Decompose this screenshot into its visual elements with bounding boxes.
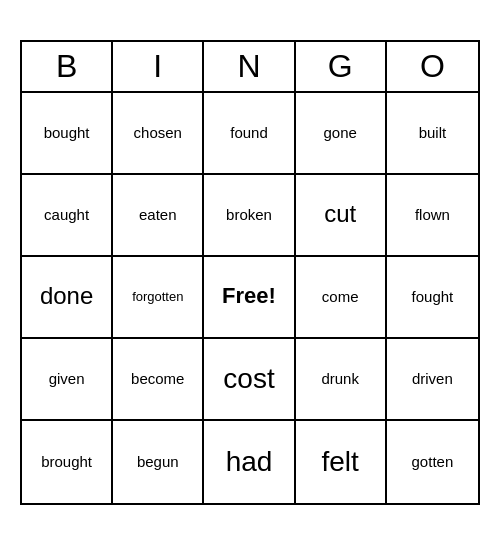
cell-1-1[interactable]: eaten [113, 175, 204, 257]
cell-text-1-2: broken [226, 206, 272, 224]
bingo-card: B I N G O bought chosen found gone built… [20, 40, 480, 505]
cell-text-3-4: driven [412, 370, 453, 388]
cell-text-2-1: forgotten [132, 289, 183, 305]
cell-text-0-4: built [419, 124, 447, 142]
cell-2-4[interactable]: fought [387, 257, 478, 339]
cell-2-2-free[interactable]: Free! [204, 257, 295, 339]
cell-text-4-4: gotten [412, 453, 454, 471]
cell-0-3[interactable]: gone [296, 93, 387, 175]
cell-4-3[interactable]: felt [296, 421, 387, 503]
cell-text-4-0: brought [41, 453, 92, 471]
header-g: G [296, 42, 387, 91]
bingo-grid: bought chosen found gone built caught ea… [22, 93, 478, 503]
cell-4-2[interactable]: had [204, 421, 295, 503]
cell-3-1[interactable]: become [113, 339, 204, 421]
cell-text-3-0: given [49, 370, 85, 388]
cell-0-2[interactable]: found [204, 93, 295, 175]
cell-text-4-1: begun [137, 453, 179, 471]
cell-1-4[interactable]: flown [387, 175, 478, 257]
cell-1-3[interactable]: cut [296, 175, 387, 257]
header-b: B [22, 42, 113, 91]
cell-0-0[interactable]: bought [22, 93, 113, 175]
cell-4-1[interactable]: begun [113, 421, 204, 503]
cell-4-0[interactable]: brought [22, 421, 113, 503]
cell-text-2-4: fought [412, 288, 454, 306]
cell-text-1-3: cut [324, 200, 356, 229]
cell-text-3-1: become [131, 370, 184, 388]
header-o: O [387, 42, 478, 91]
cell-0-1[interactable]: chosen [113, 93, 204, 175]
cell-3-0[interactable]: given [22, 339, 113, 421]
bingo-header: B I N G O [22, 42, 478, 93]
cell-text-3-2: cost [223, 362, 274, 396]
cell-text-2-2: Free! [222, 283, 276, 309]
cell-text-4-3: felt [322, 445, 359, 479]
cell-text-3-3: drunk [321, 370, 359, 388]
cell-1-2[interactable]: broken [204, 175, 295, 257]
cell-0-4[interactable]: built [387, 93, 478, 175]
cell-text-0-0: bought [44, 124, 90, 142]
cell-3-2[interactable]: cost [204, 339, 295, 421]
cell-2-1[interactable]: forgotten [113, 257, 204, 339]
cell-2-3[interactable]: come [296, 257, 387, 339]
cell-2-0[interactable]: done [22, 257, 113, 339]
cell-text-4-2: had [226, 445, 273, 479]
cell-text-1-0: caught [44, 206, 89, 224]
cell-text-2-0: done [40, 282, 93, 311]
cell-text-0-1: chosen [134, 124, 182, 142]
cell-4-4[interactable]: gotten [387, 421, 478, 503]
header-n: N [204, 42, 295, 91]
cell-text-1-4: flown [415, 206, 450, 224]
cell-3-3[interactable]: drunk [296, 339, 387, 421]
cell-1-0[interactable]: caught [22, 175, 113, 257]
cell-text-1-1: eaten [139, 206, 177, 224]
cell-text-0-2: found [230, 124, 268, 142]
cell-3-4[interactable]: driven [387, 339, 478, 421]
header-i: I [113, 42, 204, 91]
cell-text-2-3: come [322, 288, 359, 306]
cell-text-0-3: gone [324, 124, 357, 142]
